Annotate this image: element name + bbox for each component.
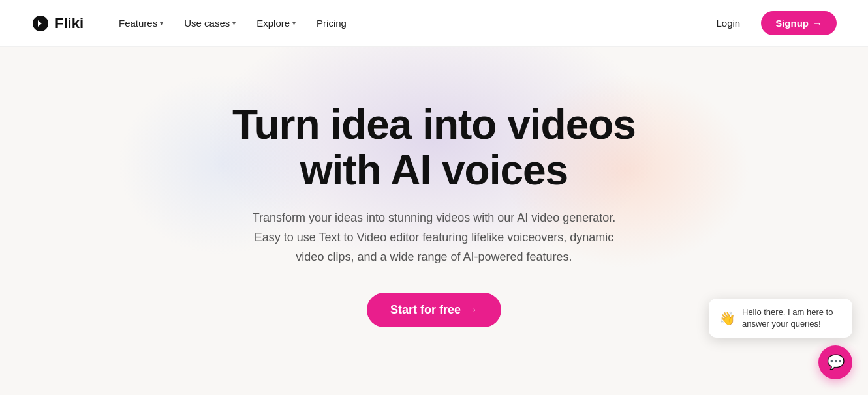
nav-explore-label: Explore: [256, 18, 290, 29]
nav-links: Features ▾ Use cases ▾ Explore ▾ Pricing: [110, 12, 705, 34]
chat-bubble-text: Hello there, I am here to answer your qu…: [742, 306, 842, 330]
nav-features-label: Features: [119, 18, 157, 29]
hero-title: Turn idea into videos with AI voices: [232, 102, 636, 194]
hero-content: Turn idea into videos with AI voices Tra…: [232, 102, 636, 328]
nav-pricing-label: Pricing: [317, 18, 347, 29]
chat-icon: 💬: [827, 354, 845, 371]
hero-title-line2: with AI voices: [300, 147, 568, 194]
cta-button[interactable]: Start for free →: [367, 293, 501, 327]
signup-arrow-icon: →: [813, 18, 822, 29]
chat-widget: 👋 Hello there, I am here to answer your …: [709, 299, 852, 379]
hero-title-line1: Turn idea into videos: [232, 101, 636, 148]
features-chevron-icon: ▾: [160, 20, 163, 27]
navbar: Fliki Features ▾ Use cases ▾ Explore ▾ P…: [0, 0, 868, 47]
nav-pricing[interactable]: Pricing: [307, 12, 356, 34]
nav-use-cases-label: Use cases: [184, 18, 230, 29]
nav-features[interactable]: Features ▾: [110, 12, 172, 34]
chat-open-button[interactable]: 💬: [818, 345, 852, 379]
signup-label: Signup: [775, 18, 809, 29]
nav-auth: Login Signup →: [705, 11, 837, 35]
nav-use-cases[interactable]: Use cases ▾: [175, 12, 245, 34]
cta-arrow-icon: →: [466, 303, 478, 317]
logo[interactable]: Fliki: [31, 14, 84, 33]
chat-bubble: 👋 Hello there, I am here to answer your …: [709, 299, 852, 338]
use-cases-chevron-icon: ▾: [232, 20, 236, 27]
nav-explore[interactable]: Explore ▾: [247, 12, 305, 34]
login-button[interactable]: Login: [705, 12, 751, 34]
hero-subtitle: Transform your ideas into stunning video…: [232, 209, 636, 267]
logo-text: Fliki: [55, 15, 84, 32]
fliki-logo-icon: [31, 14, 50, 33]
explore-chevron-icon: ▾: [292, 20, 296, 27]
wave-icon: 👋: [719, 310, 736, 326]
cta-label: Start for free: [390, 303, 461, 317]
signup-button[interactable]: Signup →: [761, 11, 837, 35]
